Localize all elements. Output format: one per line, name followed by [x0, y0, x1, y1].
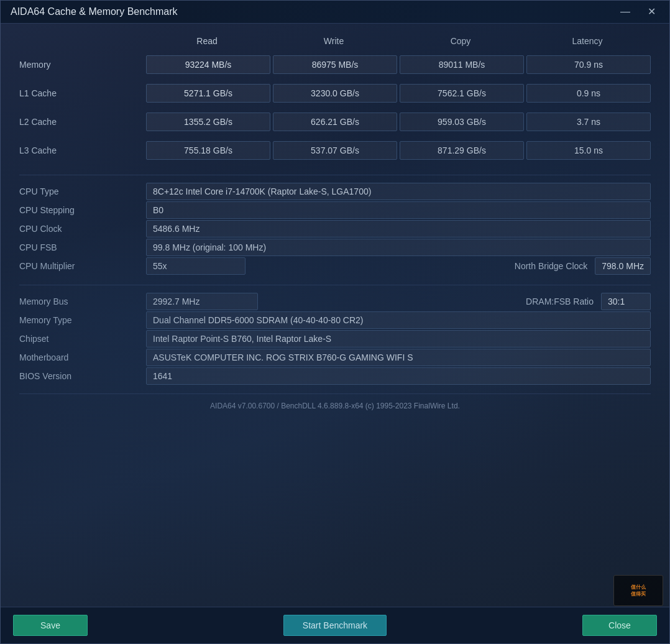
write-header: Write [270, 36, 397, 46]
dram-fsb-value: 30:1 [601, 293, 651, 310]
memory-read: 93224 MB/s [146, 55, 270, 74]
l1-write: 3230.0 GB/s [273, 84, 397, 103]
memory-type-value: Dual Channel DDR5-6000 SDRAM (40-40-40-8… [146, 311, 651, 329]
latency-header: Latency [524, 36, 651, 46]
l2-copy: 959.03 GB/s [400, 113, 524, 131]
cpu-info-section: CPU Type 8C+12c Intel Core i7-14700K (Ra… [19, 175, 651, 276]
bios-label: BIOS Version [19, 367, 144, 385]
cpu-type-value: 8C+12c Intel Core i7-14700K (Raptor Lake… [146, 183, 651, 200]
chipset-row: Chipset Intel Raptor Point-S B760, Intel… [19, 330, 651, 347]
memory-bus-label: Memory Bus [19, 293, 144, 310]
l3-read: 755.18 GB/s [146, 141, 270, 160]
l1-read: 5271.1 GB/s [146, 84, 270, 103]
cpu-type-row: CPU Type 8C+12c Intel Core i7-14700K (Ra… [19, 183, 651, 200]
minimize-button[interactable]: — [617, 6, 634, 18]
column-headers: Read Write Copy Latency [19, 36, 651, 49]
cpu-fsb-label: CPU FSB [19, 239, 144, 256]
memory-row: Memory 93224 MB/s 86975 MB/s 89011 MB/s … [19, 55, 651, 74]
dram-fsb-label: DRAM:FSB Ratio [526, 297, 599, 306]
l2-write: 626.21 GB/s [273, 113, 397, 131]
window-controls: — ✕ [617, 6, 659, 18]
start-benchmark-button[interactable]: Start Benchmark [283, 615, 387, 636]
l1-label: L1 Cache [19, 88, 144, 98]
window-title: AIDA64 Cache & Memory Benchmark [11, 6, 178, 17]
cpu-fsb-value: 99.8 MHz (original: 100 MHz) [146, 239, 651, 256]
l1-cache-row: L1 Cache 5271.1 GB/s 3230.0 GB/s 7562.1 … [19, 84, 651, 103]
l3-label: L3 Cache [19, 145, 144, 155]
cpu-multiplier-row: CPU Multiplier 55x North Bridge Clock 79… [19, 257, 651, 275]
l2-latency: 3.7 ns [526, 113, 651, 131]
cpu-clock-row: CPU Clock 5486.6 MHz [19, 220, 651, 237]
save-button[interactable]: Save [13, 615, 88, 636]
l3-write: 537.07 GB/s [273, 141, 397, 160]
memory-write: 86975 MB/s [273, 55, 397, 74]
memory-type-row: Memory Type Dual Channel DDR5-6000 SDRAM… [19, 311, 651, 329]
memory-info-section: Memory Bus 2992.7 MHz DRAM:FSB Ratio 30:… [19, 285, 651, 386]
cpu-stepping-label: CPU Stepping [19, 201, 144, 219]
cpu-fsb-row: CPU FSB 99.8 MHz (original: 100 MHz) [19, 239, 651, 256]
motherboard-value: ASUSTeK COMPUTER INC. ROG STRIX B760-G G… [146, 349, 651, 366]
cpu-type-label: CPU Type [19, 183, 144, 200]
chipset-label: Chipset [19, 330, 144, 347]
title-bar: AIDA64 Cache & Memory Benchmark — ✕ [1, 1, 669, 24]
watermark-text-1: 值什么 [631, 584, 646, 591]
cpu-multiplier-label: CPU Multiplier [19, 257, 144, 275]
motherboard-row: Motherboard ASUSTeK COMPUTER INC. ROG ST… [19, 349, 651, 366]
close-window-button[interactable]: Close [582, 615, 657, 636]
memory-label: Memory [19, 60, 144, 70]
chipset-value: Intel Raptor Point-S B760, Intel Raptor … [146, 330, 651, 347]
l3-cache-row: L3 Cache 755.18 GB/s 537.07 GB/s 871.29 … [19, 141, 651, 160]
memory-bus-row: Memory Bus 2992.7 MHz DRAM:FSB Ratio 30:… [19, 293, 651, 310]
bios-value: 1641 [146, 367, 651, 385]
memory-latency: 70.9 ns [526, 55, 651, 74]
bios-row: BIOS Version 1641 [19, 367, 651, 385]
watermark-text-2: 值得买 [631, 591, 646, 597]
memory-type-label: Memory Type [19, 311, 144, 329]
cpu-clock-value: 5486.6 MHz [146, 220, 651, 237]
read-header: Read [144, 36, 270, 46]
memory-bus-value: 2992.7 MHz [146, 293, 258, 310]
memory-copy: 89011 MB/s [400, 55, 524, 74]
l2-label: L2 Cache [19, 117, 144, 127]
nb-clock-value: 798.0 MHz [595, 257, 651, 275]
l2-cache-row: L2 Cache 1355.2 GB/s 626.21 GB/s 959.03 … [19, 113, 651, 131]
cpu-stepping-row: CPU Stepping B0 [19, 201, 651, 219]
cpu-stepping-value: B0 [146, 201, 651, 219]
cpu-multiplier-value: 55x [146, 257, 246, 275]
l1-latency: 0.9 ns [526, 84, 651, 103]
footer-note: AIDA64 v7.00.6700 / BenchDLL 4.6.889.8-x… [19, 393, 651, 415]
main-window: AIDA64 Cache & Memory Benchmark — ✕ Read… [0, 0, 670, 644]
bottom-bar: Save Start Benchmark Close [1, 607, 669, 643]
main-content: Read Write Copy Latency Memory 93224 MB/… [1, 24, 669, 607]
cpu-clock-label: CPU Clock [19, 220, 144, 237]
watermark-badge: 值什么 值得买 [613, 575, 663, 606]
l1-copy: 7562.1 GB/s [400, 84, 524, 103]
copy-header: Copy [397, 36, 524, 46]
close-button[interactable]: ✕ [644, 6, 659, 18]
motherboard-label: Motherboard [19, 349, 144, 366]
l3-latency: 15.0 ns [526, 141, 651, 160]
l3-copy: 871.29 GB/s [400, 141, 524, 160]
l2-read: 1355.2 GB/s [146, 113, 270, 131]
nb-clock-label: North Bridge Clock [515, 261, 593, 271]
